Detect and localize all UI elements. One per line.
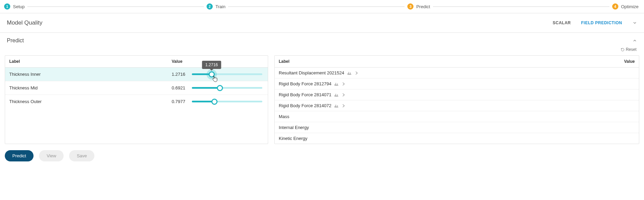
output-label: Rigid Body Force 2812794 bbox=[279, 81, 346, 86]
output-row[interactable]: Rigid Body Force 2814072 bbox=[275, 100, 639, 111]
chevron-right-icon[interactable] bbox=[341, 82, 346, 86]
save-button[interactable]: Save bbox=[69, 150, 94, 161]
slider[interactable]: 1.2716 bbox=[190, 73, 264, 75]
step-label: Train bbox=[215, 4, 225, 9]
step-connector bbox=[27, 6, 204, 7]
output-row[interactable]: Rigid Body Force 2812794 bbox=[275, 78, 639, 89]
tab-scalar[interactable]: SCALAR bbox=[553, 20, 571, 25]
step-number: 2 bbox=[207, 3, 213, 10]
slider-thumb[interactable]: 1.2716 bbox=[209, 71, 215, 77]
output-label: Rigid Body Force 2814072 bbox=[279, 103, 346, 108]
output-row: Internal Energy bbox=[275, 122, 639, 133]
output-row[interactable]: Resultant Displacement 2021524 bbox=[275, 68, 639, 78]
outputs-panel: Label Value Resultant Displacement 20215… bbox=[274, 55, 639, 144]
input-value: 0.6921 bbox=[172, 85, 190, 90]
slider[interactable] bbox=[190, 101, 264, 102]
output-label-text: Kinetic Energy bbox=[279, 136, 307, 141]
chevron-right-icon[interactable] bbox=[341, 104, 346, 108]
outputs-panel-header: Label Value bbox=[275, 56, 639, 68]
step-train[interactable]: 2 Train bbox=[207, 3, 225, 10]
step-number: 4 bbox=[612, 3, 618, 10]
reset-row: Reset bbox=[0, 46, 644, 55]
input-value: 1.2716 bbox=[172, 72, 190, 77]
input-row: Thickness Outer0.7977 bbox=[5, 95, 268, 108]
slider-track: 1.2716 bbox=[192, 73, 262, 75]
reset-icon bbox=[621, 48, 625, 52]
input-label: Thickness Mid bbox=[9, 85, 172, 90]
slider-fill bbox=[192, 87, 220, 89]
action-buttons: Predict View Save bbox=[0, 150, 644, 168]
chevron-right-icon[interactable] bbox=[354, 71, 359, 75]
stepper: 1 Setup 2 Train 3 Predict 4 Optimize bbox=[0, 0, 644, 13]
slider[interactable] bbox=[190, 87, 264, 89]
input-row: Thickness Inner1.27161.2716 bbox=[5, 68, 268, 81]
input-value: 0.7977 bbox=[172, 99, 190, 104]
slider-thumb[interactable] bbox=[211, 99, 218, 105]
predict-title: Predict bbox=[7, 38, 24, 44]
step-setup[interactable]: 1 Setup bbox=[4, 3, 25, 10]
inputs-panel-header: Label Value bbox=[5, 56, 268, 68]
output-label-text: Mass bbox=[279, 114, 289, 119]
predict-button[interactable]: Predict bbox=[5, 150, 34, 161]
output-label-text: Internal Energy bbox=[279, 125, 309, 130]
step-optimize[interactable]: 4 Optimize bbox=[612, 3, 639, 10]
output-label-text: Rigid Body Force 2814072 bbox=[279, 103, 331, 108]
output-label: Resultant Displacement 2021524 bbox=[279, 70, 359, 75]
col-value-header: Value bbox=[614, 59, 635, 64]
output-label-text: Rigid Body Force 2812794 bbox=[279, 81, 331, 86]
input-label: Thickness Inner bbox=[9, 72, 172, 77]
slider-tooltip: 1.2716 bbox=[202, 61, 221, 69]
output-label-text: Rigid Body Force 2814071 bbox=[279, 92, 331, 97]
output-label: Rigid Body Force 2814071 bbox=[279, 92, 346, 97]
step-label: Setup bbox=[13, 4, 25, 9]
tab-field-prediction[interactable]: FIELD PREDICTION bbox=[581, 20, 622, 25]
predict-header: Predict bbox=[0, 33, 644, 46]
step-label: Optimize bbox=[621, 4, 639, 9]
output-row: Kinetic Energy bbox=[275, 133, 639, 144]
chart-icon[interactable] bbox=[334, 93, 339, 97]
output-row[interactable]: Rigid Body Force 2814071 bbox=[275, 89, 639, 100]
step-number: 1 bbox=[4, 3, 10, 10]
view-button[interactable]: View bbox=[39, 150, 64, 161]
step-connector bbox=[433, 6, 609, 7]
input-row: Thickness Mid0.6921 bbox=[5, 81, 268, 95]
slider-track bbox=[192, 87, 262, 89]
chart-icon[interactable] bbox=[334, 82, 339, 86]
step-connector bbox=[228, 6, 405, 7]
reset-label: Reset bbox=[626, 47, 636, 52]
step-number: 3 bbox=[407, 3, 413, 10]
output-label: Internal Energy bbox=[279, 125, 309, 130]
slider-track bbox=[192, 101, 262, 102]
output-label: Mass bbox=[279, 114, 289, 119]
model-quality-tabs: SCALAR FIELD PREDICTION bbox=[553, 20, 637, 25]
chevron-up-icon[interactable] bbox=[632, 38, 637, 43]
predict-section: Predict Reset Label Value Thickness Inne… bbox=[0, 33, 644, 168]
model-quality-bar: Model Quality SCALAR FIELD PREDICTION bbox=[0, 13, 644, 33]
inputs-panel: Label Value Thickness Inner1.27161.2716T… bbox=[5, 55, 268, 144]
chevron-right-icon[interactable] bbox=[341, 93, 346, 97]
chevron-down-icon[interactable] bbox=[632, 20, 637, 25]
output-label-text: Resultant Displacement 2021524 bbox=[279, 70, 344, 75]
model-quality-title: Model Quality bbox=[7, 19, 42, 26]
input-label: Thickness Outer bbox=[9, 99, 172, 104]
col-label-header: Label bbox=[279, 59, 614, 64]
output-row: Mass bbox=[275, 111, 639, 122]
output-label: Kinetic Energy bbox=[279, 136, 307, 141]
col-label-header: Label bbox=[9, 59, 172, 64]
slider-thumb[interactable] bbox=[217, 85, 223, 91]
step-predict[interactable]: 3 Predict bbox=[407, 3, 430, 10]
step-label: Predict bbox=[416, 4, 430, 9]
chart-icon[interactable] bbox=[347, 71, 352, 75]
predict-panels: Label Value Thickness Inner1.27161.2716T… bbox=[0, 55, 644, 150]
chart-icon[interactable] bbox=[334, 104, 339, 108]
reset-button[interactable]: Reset bbox=[621, 47, 636, 52]
